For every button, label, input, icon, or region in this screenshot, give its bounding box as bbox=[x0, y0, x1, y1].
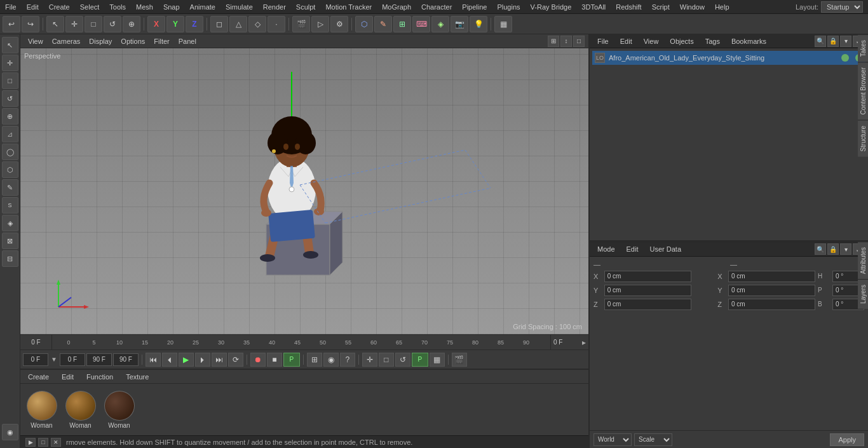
menu-animate[interactable]: Animate bbox=[185, 2, 220, 12]
rb-menu-mode[interactable]: Mode bbox=[593, 244, 619, 254]
rh-search-icon[interactable]: 🔍 bbox=[815, 36, 826, 47]
right-menu-tags[interactable]: Tags bbox=[702, 36, 724, 46]
viewport-canvas[interactable]: Perspective Grid Spacing : 100 cm bbox=[20, 48, 588, 334]
material-item-1[interactable]: Woman bbox=[24, 391, 59, 429]
sidebar-icon-3[interactable]: □ bbox=[2, 72, 18, 89]
point-mode-button[interactable]: · bbox=[268, 16, 285, 32]
tab-takes[interactable]: Takes bbox=[858, 34, 868, 62]
menu-redshift[interactable]: Redshift bbox=[611, 2, 646, 12]
sidebar-icon-12[interactable]: ⊠ bbox=[2, 233, 18, 249]
menu-tools[interactable]: Tools bbox=[104, 2, 131, 12]
record-button[interactable]: ⏺ bbox=[250, 353, 266, 367]
start-frame-input[interactable] bbox=[60, 353, 85, 366]
scale-dropdown[interactable]: Scale bbox=[634, 433, 672, 446]
render-view-button[interactable]: 🎬 bbox=[292, 16, 310, 32]
attr-y-input[interactable] bbox=[604, 285, 691, 296]
scene-button[interactable]: ◈ bbox=[431, 16, 449, 32]
menu-plugins[interactable]: Plugins bbox=[492, 2, 525, 12]
menu-character[interactable]: Character bbox=[416, 2, 457, 12]
record-stop-button[interactable]: ■ bbox=[267, 353, 282, 367]
right-menu-file[interactable]: File bbox=[593, 36, 613, 46]
play-button[interactable]: ▶ bbox=[179, 353, 194, 367]
mat-menu-function[interactable]: Function bbox=[83, 372, 117, 382]
rb-more-icon[interactable]: ▾ bbox=[840, 243, 851, 255]
menu-mograph[interactable]: MoGraph bbox=[377, 2, 416, 12]
current-frame-input[interactable] bbox=[23, 353, 48, 366]
tab-attributes[interactable]: Attributes bbox=[858, 241, 868, 279]
viewport-menu-options[interactable]: Options bbox=[117, 36, 149, 46]
pb-special-p2[interactable]: P bbox=[412, 353, 428, 367]
next-keyframe-button[interactable]: ⏵ bbox=[195, 353, 210, 367]
redo-button[interactable]: ↪ bbox=[22, 16, 39, 32]
pb-special-p[interactable]: P bbox=[283, 353, 300, 367]
object-item-woman[interactable]: LO Afro_American_Old_Lady_Everyday_Style… bbox=[592, 51, 865, 65]
move-tool-button[interactable]: ✛ bbox=[65, 16, 83, 32]
sidebar-icon-11[interactable]: ◈ bbox=[2, 215, 18, 231]
tab-content-browser[interactable]: Content Browser bbox=[858, 62, 868, 119]
sidebar-icon-14[interactable]: ◉ bbox=[2, 424, 18, 440]
undo-button[interactable]: ↩ bbox=[3, 16, 20, 32]
viewport-ctrl-3[interactable]: □ bbox=[573, 36, 585, 47]
menu-window[interactable]: Window bbox=[675, 2, 710, 12]
menu-simulate[interactable]: Simulate bbox=[220, 2, 258, 12]
attr-z-input[interactable] bbox=[604, 299, 691, 310]
end-frame-input-1[interactable] bbox=[86, 353, 112, 366]
pb-matrix-btn[interactable]: ▦ bbox=[430, 353, 445, 367]
mat-menu-edit[interactable]: Edit bbox=[58, 372, 78, 382]
rb-menu-edit[interactable]: Edit bbox=[623, 244, 642, 254]
render-button[interactable]: ▷ bbox=[311, 16, 329, 32]
pb-move-btn[interactable]: ✛ bbox=[362, 353, 377, 367]
material-item-2[interactable]: Woman bbox=[63, 391, 98, 429]
attr-hy-input[interactable] bbox=[728, 285, 815, 296]
sidebar-icon-2[interactable]: ✛ bbox=[2, 55, 18, 71]
cube-button[interactable]: ⬡ bbox=[355, 16, 373, 32]
right-menu-objects[interactable]: Objects bbox=[666, 36, 697, 46]
light-button[interactable]: 💡 bbox=[470, 16, 487, 32]
menu-mesh[interactable]: Mesh bbox=[131, 2, 158, 12]
menu-create[interactable]: Create bbox=[44, 2, 75, 12]
menu-render[interactable]: Render bbox=[258, 2, 291, 12]
viewport-ctrl-2[interactable]: ↕ bbox=[560, 36, 572, 47]
right-menu-bookmarks[interactable]: Bookmarks bbox=[728, 36, 770, 46]
viewport-menu-view[interactable]: View bbox=[24, 36, 47, 46]
status-icon-box[interactable]: □ bbox=[38, 438, 48, 447]
display-mode-button[interactable]: ▦ bbox=[494, 16, 512, 32]
attr-hz-input[interactable] bbox=[728, 299, 815, 310]
rb-search-icon[interactable]: 🔍 bbox=[815, 243, 826, 255]
end-frame-input-2[interactable] bbox=[113, 353, 139, 366]
menu-select[interactable]: Select bbox=[75, 2, 105, 12]
loop-button[interactable]: ⟳ bbox=[228, 353, 243, 367]
sidebar-icon-7[interactable]: ◯ bbox=[2, 144, 18, 160]
sidebar-icon-10[interactable]: S bbox=[2, 197, 18, 214]
timeline-expand[interactable]: ▸ bbox=[582, 338, 586, 347]
status-icon-play[interactable]: ▶ bbox=[25, 438, 36, 447]
menu-sculpt[interactable]: Sculpt bbox=[291, 2, 321, 12]
edge-mode-button[interactable]: ◇ bbox=[248, 16, 266, 32]
material-item-3[interactable]: Woman bbox=[102, 391, 137, 429]
pb-filmstrip-btn[interactable]: 🎬 bbox=[452, 353, 467, 367]
camera-button[interactable]: 📷 bbox=[451, 16, 468, 32]
rh-lock-icon[interactable]: 🔒 bbox=[827, 36, 839, 47]
rb-lock-icon[interactable]: 🔒 bbox=[827, 243, 839, 255]
sidebar-icon-1[interactable]: ↖ bbox=[2, 37, 18, 53]
menu-3dtoall[interactable]: 3DToAll bbox=[576, 2, 611, 12]
z-axis-button[interactable]: Z bbox=[186, 16, 203, 32]
pb-scale-btn[interactable]: □ bbox=[379, 353, 394, 367]
polygon-mode-button[interactable]: △ bbox=[229, 16, 247, 32]
x-axis-button[interactable]: X bbox=[147, 16, 165, 32]
viewport-menu-display[interactable]: Display bbox=[85, 36, 116, 46]
menu-file[interactable]: File bbox=[0, 2, 22, 12]
viewport-menu-cameras[interactable]: Cameras bbox=[48, 36, 85, 46]
timeline-ruler[interactable]: 0 5 10 15 20 25 30 35 40 45 50 55 60 65 … bbox=[52, 335, 550, 350]
menu-vray[interactable]: V-Ray Bridge bbox=[526, 2, 577, 12]
pb-cam-btn[interactable]: ◉ bbox=[323, 353, 339, 367]
right-menu-edit[interactable]: Edit bbox=[616, 36, 636, 46]
mat-menu-create[interactable]: Create bbox=[24, 372, 53, 382]
menu-edit[interactable]: Edit bbox=[22, 2, 44, 12]
rh-more-icon[interactable]: ▾ bbox=[840, 36, 851, 47]
menu-pipeline[interactable]: Pipeline bbox=[457, 2, 492, 12]
menu-help[interactable]: Help bbox=[710, 2, 735, 12]
viewport-ctrl-1[interactable]: ⊞ bbox=[548, 36, 559, 47]
sidebar-icon-5[interactable]: ⊕ bbox=[2, 108, 18, 125]
menu-snap[interactable]: Snap bbox=[158, 2, 185, 12]
